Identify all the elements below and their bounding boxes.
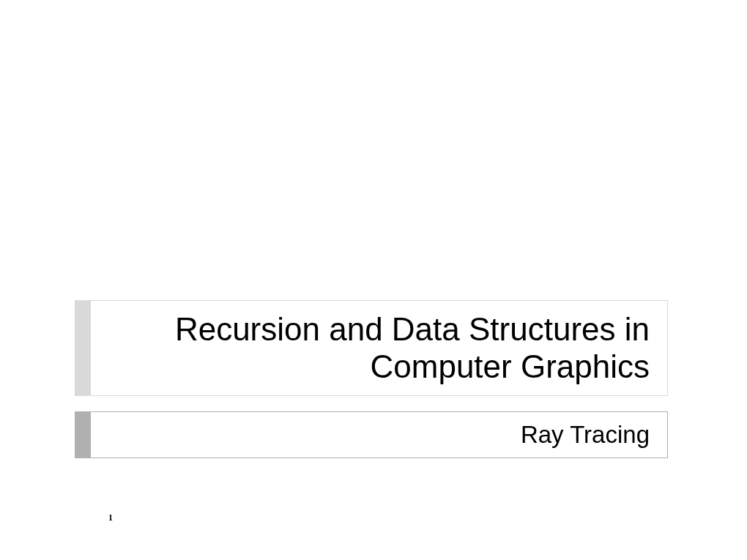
slide-subtitle: Ray Tracing	[91, 421, 650, 449]
page-number: 1	[108, 512, 113, 523]
subtitle-box: Ray Tracing	[91, 411, 668, 458]
slide-subtitle-container: Ray Tracing	[75, 411, 668, 458]
title-accent-bar	[75, 300, 91, 396]
title-box: Recursion and Data Structures in Compute…	[91, 300, 668, 396]
slide-title-container: Recursion and Data Structures in Compute…	[75, 300, 668, 396]
slide-title: Recursion and Data Structures in Compute…	[91, 311, 650, 385]
subtitle-accent-bar	[75, 411, 91, 458]
